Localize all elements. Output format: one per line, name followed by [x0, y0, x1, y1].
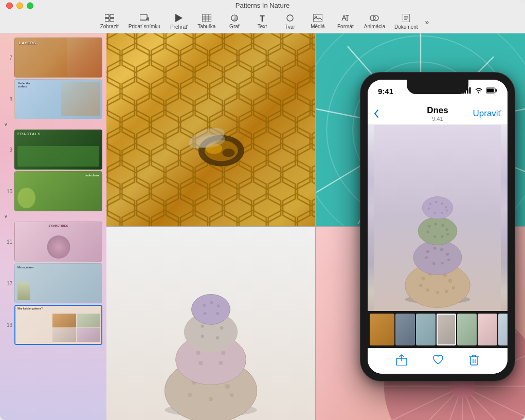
svg-point-21 — [370, 15, 375, 21]
ios-nav-title-main: Dnes — [427, 105, 448, 116]
svg-point-59 — [225, 384, 230, 389]
svg-point-130 — [447, 259, 450, 261]
toolbar-item-shape[interactable]: Tvar — [277, 12, 303, 31]
svg-point-71 — [201, 324, 204, 328]
slide-preview-9[interactable]: FRACTALS — [14, 130, 102, 170]
svg-point-74 — [201, 335, 204, 338]
slide-number-8: 8 — [4, 97, 12, 102]
slide-number-11: 11 — [4, 239, 12, 245]
svg-point-105 — [478, 92, 479, 93]
ios-edit-button[interactable]: Upraviť — [473, 108, 502, 119]
close-button[interactable] — [6, 2, 13, 9]
maximize-button[interactable] — [27, 2, 33, 9]
toolbar-item-chart[interactable]: Graf — [221, 13, 248, 31]
ios-nav-title: Dnes 9:41 — [427, 105, 448, 122]
svg-marker-7 — [175, 14, 183, 22]
svg-point-67 — [221, 351, 225, 355]
svg-point-73 — [220, 326, 224, 330]
svg-point-34 — [222, 149, 234, 157]
strip-photo-6[interactable] — [478, 314, 497, 345]
svg-rect-2 — [105, 19, 109, 22]
ios-nav-bar: Dnes 9:41 Upraviť — [368, 102, 508, 125]
minimize-button[interactable] — [16, 2, 23, 9]
svg-point-69 — [219, 361, 223, 365]
svg-rect-1 — [110, 14, 114, 17]
svg-point-60 — [188, 393, 192, 397]
strip-photo-3[interactable] — [416, 314, 436, 345]
svg-point-147 — [441, 203, 444, 205]
toolbar-item-play[interactable]: Prehrať — [166, 12, 192, 31]
document-icon — [403, 14, 410, 24]
svg-point-145 — [429, 203, 431, 206]
table-icon — [202, 14, 211, 23]
slide-preview-12[interactable]: Mirror, mirror — [14, 263, 102, 303]
strip-photo-2[interactable] — [395, 314, 415, 345]
view-icon — [105, 14, 114, 23]
toolbar-item-format[interactable]: Formát — [332, 13, 359, 31]
chart-label: Graf — [229, 24, 239, 29]
ios-nav-title-sub: 9:41 — [427, 116, 448, 122]
slide-preview-8[interactable]: Under thesurface — [14, 79, 102, 119]
svg-point-151 — [433, 212, 436, 214]
svg-rect-0 — [105, 14, 109, 17]
toolbar-item-view[interactable]: Zobraziť — [96, 13, 123, 31]
toolbar-more-button[interactable]: » — [425, 18, 429, 26]
sidebar-chevron-1[interactable]: ∨ — [0, 121, 106, 128]
ios-heart-button[interactable] — [432, 354, 444, 368]
play-label: Prehrať — [170, 24, 188, 30]
ios-photo-content — [368, 125, 508, 311]
slide-thumb-11: 11 SYMMETRIES — [4, 222, 102, 262]
ios-share-button[interactable] — [396, 354, 407, 368]
ios-photo-strip[interactable] — [368, 311, 508, 348]
strip-photo-1[interactable] — [370, 314, 394, 345]
slide-thumb-10: 10 Look closer — [4, 171, 102, 211]
toolbar-item-media[interactable]: Médiá — [304, 13, 331, 31]
shape-icon — [286, 14, 294, 24]
status-time: 9:41 — [378, 87, 393, 96]
ios-photo-main[interactable] — [368, 125, 508, 311]
svg-point-126 — [433, 247, 436, 250]
sidebar-chevron-2[interactable]: ∨ — [0, 213, 106, 220]
svg-point-131 — [432, 262, 435, 265]
slide-thumb-9: 9 FRACTALS — [4, 130, 102, 170]
svg-point-152 — [441, 212, 443, 214]
svg-point-117 — [448, 279, 452, 283]
svg-rect-15 — [313, 14, 322, 22]
slide-preview-11[interactable]: SYMMETRIES — [14, 222, 102, 262]
toolbar: Zobraziť Pridať snímku Prehrať Tabuľka — [91, 11, 435, 33]
iphone-notch — [407, 80, 468, 94]
svg-rect-8 — [202, 14, 211, 22]
strip-photo-4[interactable] — [437, 314, 456, 345]
svg-point-22 — [373, 15, 378, 21]
slide-preview-10[interactable]: Look closer — [14, 171, 102, 211]
svg-point-125 — [426, 250, 429, 253]
strip-photo-5[interactable] — [457, 314, 477, 345]
add-slide-icon — [140, 14, 149, 23]
animation-icon — [370, 14, 379, 23]
toolbar-item-animation[interactable]: Animácia — [360, 13, 389, 31]
svg-point-119 — [452, 286, 455, 289]
svg-point-65 — [196, 351, 200, 355]
svg-point-133 — [418, 217, 457, 245]
svg-point-68 — [198, 361, 203, 365]
svg-point-135 — [428, 225, 430, 228]
slide-preview-7[interactable]: LAYERS — [14, 38, 102, 78]
toolbar-item-table[interactable]: Tabuľka — [193, 13, 220, 31]
toolbar-item-add-slide[interactable]: Pridať snímku — [124, 13, 165, 31]
slide-preview-13[interactable]: Why look for patterns? — [14, 305, 102, 345]
iphone-device: 9:41 — [360, 72, 515, 381]
toolbar-item-document[interactable]: Dokument — [390, 12, 422, 31]
text-label: Text — [258, 24, 267, 29]
svg-point-81 — [204, 312, 207, 315]
svg-rect-3 — [110, 19, 114, 22]
add-slide-label: Pridať snímku — [129, 24, 160, 29]
ios-back-button[interactable] — [374, 109, 378, 118]
toolbar-item-text[interactable]: T Text — [249, 13, 276, 31]
chart-icon — [230, 14, 239, 23]
slide-number-12: 12 — [4, 281, 12, 286]
document-label: Dokument — [394, 24, 418, 30]
strip-photo-7[interactable] — [498, 314, 508, 345]
slide-number-9: 9 — [4, 147, 12, 153]
ios-trash-button[interactable] — [469, 354, 479, 368]
svg-point-122 — [436, 291, 439, 294]
